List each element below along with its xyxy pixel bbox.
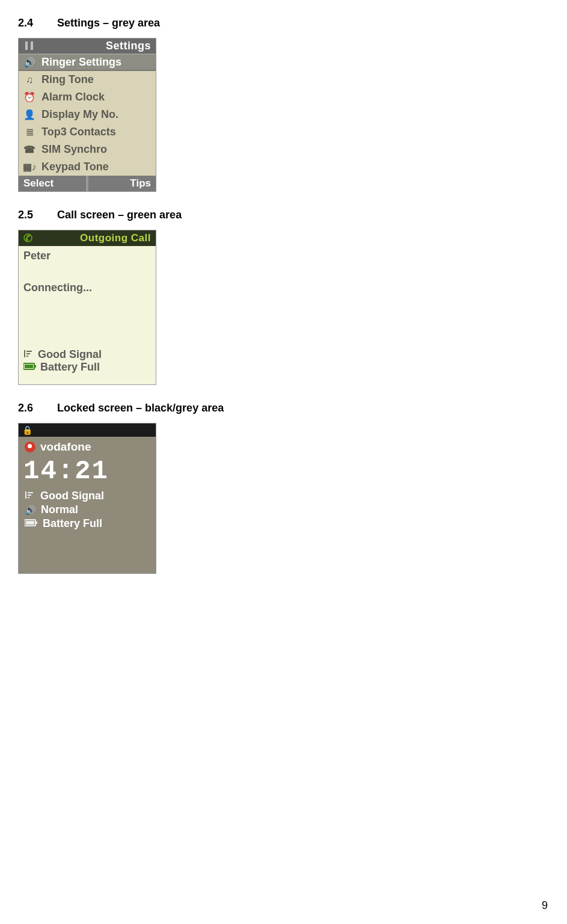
settings-item-label: Ringer Settings xyxy=(41,56,121,69)
locked-battery-row: Battery Full xyxy=(25,517,150,530)
settings-item-label: Ring Tone xyxy=(41,73,94,86)
section-title: Settings – grey area xyxy=(57,17,160,29)
settings-item-4[interactable]: ≣Top3 Contacts xyxy=(19,123,156,141)
settings-item-1[interactable]: ♫Ring Tone xyxy=(19,71,156,88)
locked-body: vodafone 14:21 Good Signal 🔊 Normal Batt… xyxy=(19,437,156,573)
battery-icon xyxy=(25,519,38,529)
alarm-icon: ⏰ xyxy=(22,91,37,103)
vodafone-icon xyxy=(25,442,35,452)
svg-rect-1 xyxy=(34,365,36,368)
lock-icon: 🔒 xyxy=(22,425,32,435)
svg-rect-5 xyxy=(26,521,34,525)
settings-item-3[interactable]: 👤Display My No. xyxy=(19,106,156,123)
locked-signal-label: Good Signal xyxy=(40,490,104,502)
locked-signal-row: Good Signal xyxy=(25,490,150,502)
music-icon: ♫ xyxy=(22,74,37,86)
operator-label: vodafone xyxy=(40,440,91,454)
operator-row: vodafone xyxy=(25,440,150,454)
settings-list: 🔊Ringer Settings♫Ring Tone⏰Alarm Clock👤D… xyxy=(19,54,156,176)
section-number: 2.4 xyxy=(18,17,54,29)
settings-item-label: Keypad Tone xyxy=(41,161,109,173)
sim-icon: ☎ xyxy=(22,144,37,156)
battery-row: Battery Full xyxy=(23,361,151,374)
signal-icon xyxy=(25,490,35,502)
locked-ringer-row: 🔊 Normal xyxy=(25,504,150,516)
svg-rect-2 xyxy=(25,365,33,368)
settings-item-label: Top3 Contacts xyxy=(41,126,116,138)
call-body: Peter Connecting... Good Signal Battery … xyxy=(19,246,156,384)
section-heading-2-5: 2.5 Call screen – green area xyxy=(18,209,549,221)
section-heading-2-6: 2.6 Locked screen – black/grey area xyxy=(18,402,549,414)
battery-icon xyxy=(23,362,37,373)
locked-battery-label: Battery Full xyxy=(43,517,102,530)
call-screen: ✆ Outgoing Call Peter Connecting... Good… xyxy=(18,230,156,385)
settings-item-label: Alarm Clock xyxy=(41,91,105,103)
clock: 14:21 xyxy=(23,456,150,486)
section-title: Locked screen – black/grey area xyxy=(57,402,224,414)
settings-item-6[interactable]: ▦♪Keypad Tone xyxy=(19,158,156,176)
settings-screen: Settings 🔊Ringer Settings♫Ring Tone⏰Alar… xyxy=(18,38,156,192)
call-header-title: Outgoing Call xyxy=(80,232,151,244)
settings-item-2[interactable]: ⏰Alarm Clock xyxy=(19,88,156,106)
signal-icon xyxy=(23,349,34,361)
settings-softkeys: Select Tips xyxy=(19,176,156,191)
settings-item-label: SIM Synchro xyxy=(41,143,107,156)
locked-screen: 🔒 vodafone 14:21 Good Signal 🔊 Normal Ba… xyxy=(18,423,156,574)
speaker-icon: 🔊 xyxy=(22,57,37,69)
section-number: 2.6 xyxy=(18,402,54,414)
svg-rect-4 xyxy=(35,522,37,524)
settings-item-5[interactable]: ☎SIM Synchro xyxy=(19,141,156,158)
locked-ringer-label: Normal xyxy=(41,504,78,516)
call-header: ✆ Outgoing Call xyxy=(19,230,156,246)
phone-icon: ✆ xyxy=(23,232,33,245)
keypad-icon: ▦♪ xyxy=(22,161,37,173)
section-number: 2.5 xyxy=(18,209,54,221)
signal-row: Good Signal xyxy=(23,348,151,361)
section-title: Call screen – green area xyxy=(57,209,182,221)
call-name: Peter xyxy=(23,250,151,262)
battery-label: Battery Full xyxy=(40,361,100,374)
settings-item-label: Display My No. xyxy=(41,108,118,121)
tools-icon xyxy=(23,40,37,52)
softkey-select[interactable]: Select xyxy=(19,176,86,191)
section-heading-2-4: 2.4 Settings – grey area xyxy=(18,17,549,29)
contacts-icon: ≣ xyxy=(22,126,37,138)
settings-header: Settings xyxy=(19,38,156,54)
signal-label: Good Signal xyxy=(38,348,102,361)
settings-header-title: Settings xyxy=(106,40,151,52)
contact-icon: 👤 xyxy=(22,109,37,121)
settings-item-0[interactable]: 🔊Ringer Settings xyxy=(19,54,156,71)
call-status: Connecting... xyxy=(23,282,151,294)
locked-status-bar: 🔒 xyxy=(19,424,156,437)
speaker-icon: 🔊 xyxy=(25,505,36,516)
softkey-tips[interactable]: Tips xyxy=(88,176,156,191)
